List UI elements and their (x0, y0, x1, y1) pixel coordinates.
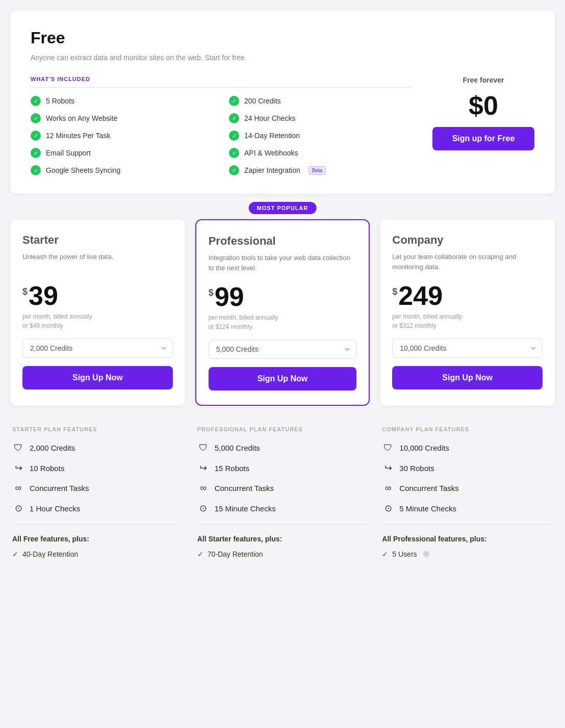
starter-price-wrapper: $ 39 (22, 282, 173, 309)
company-checks-label: 5 Minute Checks (399, 504, 456, 513)
starter-feature-concurrent: ∞ Concurrent Tasks (12, 483, 183, 493)
company-robots-label: 30 Robots (399, 464, 434, 473)
professional-concurrent-label: Concurrent Tasks (215, 484, 274, 492)
starter-bonus-retention: ✓ 40-Day Retention (12, 550, 183, 558)
starter-retention-label: 40-Day Retention (22, 550, 78, 558)
tooltip-icon: ? (423, 551, 430, 558)
starter-robots-label: 10 Robots (30, 464, 64, 473)
professional-price-wrapper: $ 99 (209, 283, 357, 310)
paid-plans-section: MOST POPULAR Starter Unleash the power o… (10, 209, 555, 558)
free-plan-title: Free (31, 29, 534, 47)
feature-retention-label: 14-Day Retention (244, 132, 300, 140)
company-feature-checks: ⊙ 5 Minute Checks (382, 503, 553, 514)
feature-robots: ✓ 5 Robots (31, 96, 214, 106)
free-plan-pricing: Free forever $0 Sign up for Free (432, 76, 534, 175)
professional-price: $ 99 (209, 283, 357, 310)
check-icon-24h: ✓ (229, 113, 239, 123)
starter-plan-name: Starter (22, 233, 173, 247)
company-plan-name: Company (392, 233, 543, 247)
feature-credits: ✓ 200 Credits (229, 96, 412, 106)
free-plan-features: WHAT'S INCLUDED ✓ 5 Robots ✓ Works on An… (31, 76, 412, 175)
check-icon-email: ✓ (31, 148, 41, 158)
starter-divider (12, 524, 183, 525)
check-icon-starter-retention: ✓ (12, 550, 18, 558)
professional-features-label: PROFESSIONAL PLAN FEATURES (197, 426, 368, 432)
feature-24h-label: 24 Hour Checks (244, 114, 295, 122)
professional-divider (197, 524, 368, 525)
company-concurrent-label: Concurrent Tasks (399, 484, 458, 492)
check-icon-api: ✓ (229, 148, 239, 158)
feature-retention: ✓ 14-Day Retention (229, 131, 412, 141)
feature-api-label: API & Webhooks (244, 149, 298, 157)
feature-credits-label: 200 Credits (244, 97, 281, 105)
professional-credits-label: 5,000 Credits (215, 444, 260, 452)
clock-icon-pro: ⊙ (197, 503, 210, 514)
feature-any-website: ✓ Works on Any Website (31, 113, 214, 123)
infinity-icon: ∞ (12, 483, 24, 493)
company-plan-card: Company Let your team collaborate on scr… (380, 219, 555, 406)
professional-features-col: PROFESSIONAL PLAN FEATURES 🛡 5,000 Credi… (195, 426, 370, 558)
company-price-wrapper: $ 249 (392, 282, 543, 309)
check-icon-zapier: ✓ (229, 165, 239, 175)
company-feature-credits: 🛡 10,000 Credits (382, 443, 553, 453)
company-bonus-users: ✓ 5 Users ? (382, 550, 553, 558)
starter-features-col: STARTER PLAN FEATURES 🛡 2,000 Credits ↪ … (10, 426, 185, 558)
whats-included-label: WHAT'S INCLUDED (31, 76, 412, 88)
shield-icon: 🛡 (12, 443, 24, 453)
plans-grid: Starter Unleash the power of live data. … (10, 219, 555, 406)
starter-all-features-label: All Free features, plus: (12, 535, 183, 543)
company-price-period: per month, billed annuallyor $312 monthl… (392, 312, 543, 330)
starter-credits-select[interactable]: 2,000 Credits 5,000 Credits 10,000 Credi… (22, 339, 173, 358)
check-icon-website: ✓ (31, 113, 41, 123)
starter-plan-description: Unleash the power of live data. (22, 252, 173, 272)
feature-zapier: ✓ Zapier Integration Beta (229, 165, 412, 175)
check-icon-minutes: ✓ (31, 131, 41, 141)
feature-24h: ✓ 24 Hour Checks (229, 113, 412, 123)
professional-bonus-retention: ✓ 70-Day Retention (197, 550, 368, 558)
robot-icon-company: ↪ (382, 462, 394, 474)
feature-sheets-label: Google Sheets Syncing (46, 166, 120, 174)
professional-signup-button[interactable]: Sign Up Now (209, 367, 357, 391)
shield-icon-pro: 🛡 (197, 443, 210, 453)
company-amount: 249 (398, 282, 443, 309)
check-icon-retention: ✓ (229, 131, 239, 141)
feature-email-support: ✓ Email Support (31, 148, 214, 158)
shield-icon-company: 🛡 (382, 443, 394, 453)
company-credits-label: 10,000 Credits (399, 444, 449, 452)
features-col2: ✓ 200 Credits ✓ 24 Hour Checks ✓ 14-Day … (229, 96, 412, 175)
professional-checks-label: 15 Minute Checks (215, 504, 276, 513)
starter-concurrent-label: Concurrent Tasks (30, 484, 89, 492)
free-price: $0 (469, 90, 498, 121)
starter-checks-label: 1 Hour Checks (30, 504, 80, 513)
robot-icon-pro: ↪ (197, 462, 210, 474)
professional-plan-description: Integration tools to take your web data … (209, 253, 357, 273)
features-col1: ✓ 5 Robots ✓ Works on Any Website ✓ 12 M… (31, 96, 214, 175)
infinity-icon-pro: ∞ (197, 483, 210, 493)
company-features-label: COMPANY PLAN FEATURES (382, 426, 553, 432)
feature-website-label: Works on Any Website (46, 114, 117, 122)
free-plan-subtitle: Anyone can extract data and monitor site… (31, 54, 534, 62)
starter-plan-card: Starter Unleash the power of live data. … (10, 219, 185, 406)
company-feature-robots: ↪ 30 Robots (382, 462, 553, 474)
starter-amount: 39 (29, 282, 58, 309)
feature-sheets: ✓ Google Sheets Syncing (31, 165, 214, 175)
free-plan-body: WHAT'S INCLUDED ✓ 5 Robots ✓ Works on An… (31, 76, 534, 175)
company-credits-select[interactable]: 10,000 Credits 20,000 Credits 50,000 Cre… (392, 339, 543, 358)
starter-signup-button[interactable]: Sign Up Now (22, 366, 173, 389)
company-price: $ 249 (392, 282, 543, 309)
features-grid: ✓ 5 Robots ✓ Works on Any Website ✓ 12 M… (31, 96, 412, 175)
professional-price-period: per month, billed annuallyor $124 monthl… (209, 313, 357, 331)
professional-dollar: $ (209, 288, 214, 298)
feature-email-label: Email Support (46, 149, 91, 157)
professional-feature-concurrent: ∞ Concurrent Tasks (197, 483, 368, 493)
clock-icon: ⊙ (12, 503, 24, 514)
company-users-label: 5 Users (392, 550, 417, 558)
sign-up-free-button[interactable]: Sign up for Free (432, 127, 534, 150)
starter-features-label: STARTER PLAN FEATURES (12, 426, 183, 432)
professional-feature-checks: ⊙ 15 Minute Checks (197, 503, 368, 514)
company-signup-button[interactable]: Sign Up Now (392, 366, 543, 389)
clock-icon-company: ⊙ (382, 503, 394, 514)
professional-plan-card: Professional Integration tools to take y… (195, 219, 370, 406)
free-plan-card: Free Anyone can extract data and monitor… (10, 10, 555, 194)
professional-credits-select[interactable]: 5,000 Credits 10,000 Credits 20,000 Cred… (209, 340, 357, 359)
